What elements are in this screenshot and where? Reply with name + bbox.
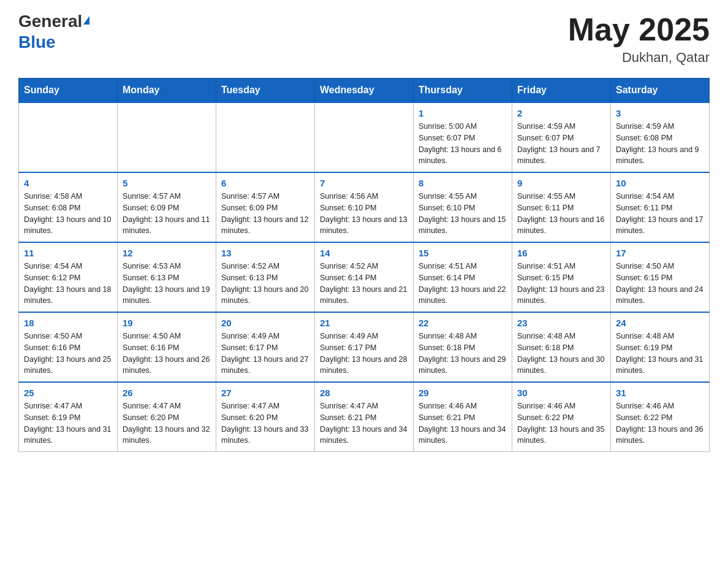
day-number: 17 (616, 248, 704, 258)
day-number: 11 (24, 248, 112, 258)
day-info: Sunrise: 4:52 AMSunset: 6:14 PMDaylight:… (320, 261, 408, 307)
day-number: 2 (517, 108, 605, 118)
day-number: 8 (419, 178, 507, 188)
calendar-cell: 2Sunrise: 4:59 AMSunset: 6:07 PMDaylight… (512, 102, 611, 172)
day-info: Sunrise: 4:47 AMSunset: 6:21 PMDaylight:… (320, 400, 408, 446)
day-number: 15 (419, 248, 507, 258)
calendar-cell: 8Sunrise: 4:55 AMSunset: 6:10 PMDaylight… (414, 172, 512, 242)
logo-general: General (18, 12, 82, 31)
day-info: Sunrise: 4:50 AMSunset: 6:15 PMDaylight:… (616, 261, 704, 307)
day-number: 7 (320, 178, 408, 188)
calendar-cell: 27Sunrise: 4:47 AMSunset: 6:20 PMDayligh… (216, 382, 315, 452)
month-year-title: May 2025 (568, 12, 710, 47)
col-sunday: Sunday (19, 79, 118, 103)
day-number: 1 (419, 108, 507, 118)
week-row-5: 25Sunrise: 4:47 AMSunset: 6:19 PMDayligh… (19, 382, 710, 452)
day-info: Sunrise: 5:00 AMSunset: 6:07 PMDaylight:… (419, 121, 507, 167)
week-row-2: 4Sunrise: 4:58 AMSunset: 6:08 PMDaylight… (19, 172, 710, 242)
calendar-cell: 21Sunrise: 4:49 AMSunset: 6:17 PMDayligh… (315, 312, 414, 382)
day-number: 30 (517, 388, 605, 398)
calendar-cell: 13Sunrise: 4:52 AMSunset: 6:13 PMDayligh… (216, 242, 315, 312)
day-info: Sunrise: 4:59 AMSunset: 6:07 PMDaylight:… (517, 121, 605, 167)
calendar-cell: 24Sunrise: 4:48 AMSunset: 6:19 PMDayligh… (611, 312, 710, 382)
col-friday: Friday (512, 79, 611, 103)
day-info: Sunrise: 4:46 AMSunset: 6:21 PMDaylight:… (419, 400, 507, 446)
col-tuesday: Tuesday (216, 79, 315, 103)
logo: General Blue (18, 12, 89, 52)
calendar-cell: 23Sunrise: 4:48 AMSunset: 6:18 PMDayligh… (512, 312, 611, 382)
calendar-cell: 14Sunrise: 4:52 AMSunset: 6:14 PMDayligh… (315, 242, 414, 312)
day-info: Sunrise: 4:56 AMSunset: 6:10 PMDaylight:… (320, 191, 408, 237)
calendar-cell: 31Sunrise: 4:46 AMSunset: 6:22 PMDayligh… (611, 382, 710, 452)
day-info: Sunrise: 4:57 AMSunset: 6:09 PMDaylight:… (123, 191, 211, 237)
day-info: Sunrise: 4:46 AMSunset: 6:22 PMDaylight:… (616, 400, 704, 446)
day-number: 26 (123, 388, 211, 398)
day-info: Sunrise: 4:57 AMSunset: 6:09 PMDaylight:… (221, 191, 309, 237)
day-number: 29 (419, 388, 507, 398)
calendar-cell: 9Sunrise: 4:55 AMSunset: 6:11 PMDaylight… (512, 172, 611, 242)
day-info: Sunrise: 4:58 AMSunset: 6:08 PMDaylight:… (24, 191, 112, 237)
day-info: Sunrise: 4:51 AMSunset: 6:14 PMDaylight:… (419, 261, 507, 307)
day-number: 25 (24, 388, 112, 398)
calendar-cell: 16Sunrise: 4:51 AMSunset: 6:15 PMDayligh… (512, 242, 611, 312)
day-number: 22 (419, 318, 507, 328)
calendar-cell: 25Sunrise: 4:47 AMSunset: 6:19 PMDayligh… (19, 382, 118, 452)
calendar-cell: 11Sunrise: 4:54 AMSunset: 6:12 PMDayligh… (19, 242, 118, 312)
calendar-cell: 20Sunrise: 4:49 AMSunset: 6:17 PMDayligh… (216, 312, 315, 382)
day-info: Sunrise: 4:50 AMSunset: 6:16 PMDaylight:… (123, 331, 211, 377)
col-monday: Monday (118, 79, 216, 103)
week-row-4: 18Sunrise: 4:50 AMSunset: 6:16 PMDayligh… (19, 312, 710, 382)
day-number: 19 (123, 318, 211, 328)
day-number: 13 (221, 248, 309, 258)
calendar-cell: 3Sunrise: 4:59 AMSunset: 6:08 PMDaylight… (611, 102, 710, 172)
calendar-cell: 22Sunrise: 4:48 AMSunset: 6:18 PMDayligh… (414, 312, 512, 382)
day-number: 16 (517, 248, 605, 258)
day-number: 21 (320, 318, 408, 328)
col-thursday: Thursday (414, 79, 512, 103)
calendar-cell (118, 102, 216, 172)
day-info: Sunrise: 4:53 AMSunset: 6:13 PMDaylight:… (123, 261, 211, 307)
day-info: Sunrise: 4:55 AMSunset: 6:11 PMDaylight:… (517, 191, 605, 237)
day-number: 10 (616, 178, 704, 188)
calendar-cell: 19Sunrise: 4:50 AMSunset: 6:16 PMDayligh… (118, 312, 216, 382)
calendar-cell: 17Sunrise: 4:50 AMSunset: 6:15 PMDayligh… (611, 242, 710, 312)
day-info: Sunrise: 4:51 AMSunset: 6:15 PMDaylight:… (517, 261, 605, 307)
location-subtitle: Dukhan, Qatar (568, 50, 710, 66)
day-info: Sunrise: 4:54 AMSunset: 6:11 PMDaylight:… (616, 191, 704, 237)
day-number: 4 (24, 178, 112, 188)
day-info: Sunrise: 4:50 AMSunset: 6:16 PMDaylight:… (24, 331, 112, 377)
logo-text: General (18, 12, 89, 31)
logo-blue-text: Blue (18, 33, 56, 52)
calendar-cell: 12Sunrise: 4:53 AMSunset: 6:13 PMDayligh… (118, 242, 216, 312)
day-number: 28 (320, 388, 408, 398)
calendar-cell: 26Sunrise: 4:47 AMSunset: 6:20 PMDayligh… (118, 382, 216, 452)
day-number: 20 (221, 318, 309, 328)
day-info: Sunrise: 4:49 AMSunset: 6:17 PMDaylight:… (320, 331, 408, 377)
calendar-cell: 5Sunrise: 4:57 AMSunset: 6:09 PMDaylight… (118, 172, 216, 242)
day-info: Sunrise: 4:55 AMSunset: 6:10 PMDaylight:… (419, 191, 507, 237)
day-info: Sunrise: 4:48 AMSunset: 6:18 PMDaylight:… (419, 331, 507, 377)
col-saturday: Saturday (611, 79, 710, 103)
day-info: Sunrise: 4:59 AMSunset: 6:08 PMDaylight:… (616, 121, 704, 167)
calendar-cell (315, 102, 414, 172)
page-header: General Blue May 2025 Dukhan, Qatar (18, 12, 710, 66)
calendar-cell (216, 102, 315, 172)
day-info: Sunrise: 4:52 AMSunset: 6:13 PMDaylight:… (221, 261, 309, 307)
day-number: 23 (517, 318, 605, 328)
week-row-3: 11Sunrise: 4:54 AMSunset: 6:12 PMDayligh… (19, 242, 710, 312)
day-number: 24 (616, 318, 704, 328)
day-number: 9 (517, 178, 605, 188)
calendar-cell: 10Sunrise: 4:54 AMSunset: 6:11 PMDayligh… (611, 172, 710, 242)
day-number: 12 (123, 248, 211, 258)
calendar-table: Sunday Monday Tuesday Wednesday Thursday… (18, 78, 710, 452)
calendar-cell: 7Sunrise: 4:56 AMSunset: 6:10 PMDaylight… (315, 172, 414, 242)
day-number: 5 (123, 178, 211, 188)
day-number: 6 (221, 178, 309, 188)
day-info: Sunrise: 4:48 AMSunset: 6:19 PMDaylight:… (616, 331, 704, 377)
day-info: Sunrise: 4:47 AMSunset: 6:20 PMDaylight:… (221, 400, 309, 446)
day-number: 31 (616, 388, 704, 398)
day-info: Sunrise: 4:46 AMSunset: 6:22 PMDaylight:… (517, 400, 605, 446)
calendar-cell: 15Sunrise: 4:51 AMSunset: 6:14 PMDayligh… (414, 242, 512, 312)
day-number: 3 (616, 108, 704, 118)
calendar-cell: 30Sunrise: 4:46 AMSunset: 6:22 PMDayligh… (512, 382, 611, 452)
